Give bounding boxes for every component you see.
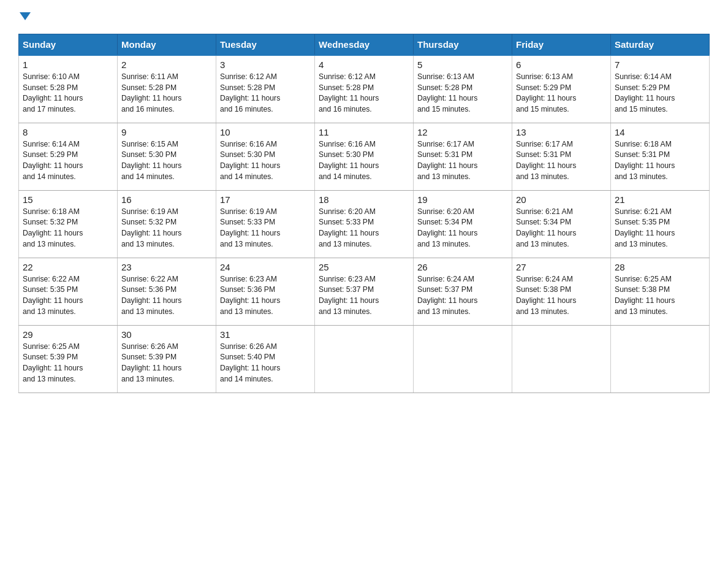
day-info: Sunrise: 6:12 AMSunset: 5:28 PMDaylight:…: [220, 72, 280, 113]
calendar-cell: 23 Sunrise: 6:22 AMSunset: 5:36 PMDaylig…: [118, 258, 216, 325]
day-number: 21: [615, 194, 705, 205]
day-info: Sunrise: 6:26 AMSunset: 5:39 PMDaylight:…: [121, 342, 181, 383]
day-number: 18: [319, 194, 409, 205]
day-info: Sunrise: 6:24 AMSunset: 5:38 PMDaylight:…: [516, 275, 576, 316]
day-info: Sunrise: 6:18 AMSunset: 5:32 PMDaylight:…: [23, 207, 83, 248]
calendar-cell: 24 Sunrise: 6:23 AMSunset: 5:36 PMDaylig…: [216, 258, 315, 325]
calendar-cell: 8 Sunrise: 6:14 AMSunset: 5:29 PMDayligh…: [19, 123, 118, 190]
day-number: 23: [121, 262, 212, 272]
day-info: Sunrise: 6:11 AMSunset: 5:28 PMDaylight:…: [121, 72, 181, 113]
day-number: 13: [516, 127, 607, 137]
day-info: Sunrise: 6:15 AMSunset: 5:30 PMDaylight:…: [121, 140, 181, 181]
calendar-cell: 13 Sunrise: 6:17 AMSunset: 5:31 PMDaylig…: [512, 123, 611, 190]
day-number: 10: [220, 127, 311, 137]
calendar-cell: 12 Sunrise: 6:17 AMSunset: 5:31 PMDaylig…: [414, 123, 512, 190]
calendar-cell: 2 Sunrise: 6:11 AMSunset: 5:28 PMDayligh…: [118, 55, 216, 123]
day-number: 5: [417, 59, 508, 70]
header-day-friday: Friday: [512, 34, 611, 56]
day-number: 6: [516, 59, 607, 70]
day-info: Sunrise: 6:16 AMSunset: 5:30 PMDaylight:…: [319, 140, 379, 181]
day-info: Sunrise: 6:25 AMSunset: 5:39 PMDaylight:…: [23, 342, 83, 383]
day-info: Sunrise: 6:22 AMSunset: 5:35 PMDaylight:…: [23, 275, 83, 316]
header-row: SundayMondayTuesdayWednesdayThursdayFrid…: [19, 34, 710, 56]
week-row-3: 15 Sunrise: 6:18 AMSunset: 5:32 PMDaylig…: [19, 190, 710, 258]
day-number: 30: [121, 329, 212, 340]
day-number: 11: [319, 127, 409, 137]
calendar-cell: 6 Sunrise: 6:13 AMSunset: 5:29 PMDayligh…: [512, 55, 611, 123]
calendar-cell: 31 Sunrise: 6:26 AMSunset: 5:40 PMDaylig…: [216, 325, 315, 393]
day-number: 25: [319, 262, 409, 272]
day-info: Sunrise: 6:23 AMSunset: 5:37 PMDaylight:…: [319, 275, 379, 316]
calendar-cell: 7 Sunrise: 6:14 AMSunset: 5:29 PMDayligh…: [611, 55, 710, 123]
day-info: Sunrise: 6:13 AMSunset: 5:28 PMDaylight:…: [417, 72, 477, 113]
calendar-cell: 26 Sunrise: 6:24 AMSunset: 5:37 PMDaylig…: [414, 258, 512, 325]
calendar-cell: 25 Sunrise: 6:23 AMSunset: 5:37 PMDaylig…: [315, 258, 414, 325]
day-info: Sunrise: 6:16 AMSunset: 5:30 PMDaylight:…: [220, 140, 280, 181]
calendar-cell: 19 Sunrise: 6:20 AMSunset: 5:34 PMDaylig…: [414, 190, 512, 258]
calendar-cell: [315, 325, 414, 393]
calendar-cell: 16 Sunrise: 6:19 AMSunset: 5:32 PMDaylig…: [118, 190, 216, 258]
day-info: Sunrise: 6:19 AMSunset: 5:32 PMDaylight:…: [121, 207, 181, 248]
header-day-thursday: Thursday: [414, 34, 512, 56]
calendar-cell: 27 Sunrise: 6:24 AMSunset: 5:38 PMDaylig…: [512, 258, 611, 325]
calendar-cell: [512, 325, 611, 393]
day-info: Sunrise: 6:25 AMSunset: 5:38 PMDaylight:…: [615, 275, 675, 316]
day-number: 3: [220, 59, 311, 70]
calendar-cell: [414, 325, 512, 393]
day-info: Sunrise: 6:20 AMSunset: 5:33 PMDaylight:…: [319, 207, 379, 248]
day-number: 15: [23, 194, 113, 205]
day-info: Sunrise: 6:19 AMSunset: 5:33 PMDaylight:…: [220, 207, 280, 248]
day-number: 29: [23, 329, 113, 340]
day-info: Sunrise: 6:24 AMSunset: 5:37 PMDaylight:…: [417, 275, 477, 316]
calendar-cell: 21 Sunrise: 6:21 AMSunset: 5:35 PMDaylig…: [611, 190, 710, 258]
day-info: Sunrise: 6:14 AMSunset: 5:29 PMDaylight:…: [23, 140, 83, 181]
day-number: 26: [417, 262, 508, 272]
day-info: Sunrise: 6:17 AMSunset: 5:31 PMDaylight:…: [516, 140, 576, 181]
day-number: 8: [23, 127, 113, 137]
week-row-4: 22 Sunrise: 6:22 AMSunset: 5:35 PMDaylig…: [19, 258, 710, 325]
calendar-cell: 15 Sunrise: 6:18 AMSunset: 5:32 PMDaylig…: [19, 190, 118, 258]
calendar-cell: 11 Sunrise: 6:16 AMSunset: 5:30 PMDaylig…: [315, 123, 414, 190]
day-info: Sunrise: 6:22 AMSunset: 5:36 PMDaylight:…: [121, 275, 181, 316]
calendar-cell: 20 Sunrise: 6:21 AMSunset: 5:34 PMDaylig…: [512, 190, 611, 258]
calendar-cell: 28 Sunrise: 6:25 AMSunset: 5:38 PMDaylig…: [611, 258, 710, 325]
day-number: 9: [121, 127, 212, 137]
day-number: 14: [615, 127, 705, 137]
day-info: Sunrise: 6:26 AMSunset: 5:40 PMDaylight:…: [220, 342, 280, 383]
calendar-cell: 22 Sunrise: 6:22 AMSunset: 5:35 PMDaylig…: [19, 258, 118, 325]
calendar-cell: 5 Sunrise: 6:13 AMSunset: 5:28 PMDayligh…: [414, 55, 512, 123]
calendar-cell: 3 Sunrise: 6:12 AMSunset: 5:28 PMDayligh…: [216, 55, 315, 123]
day-number: 16: [121, 194, 212, 205]
day-info: Sunrise: 6:12 AMSunset: 5:28 PMDaylight:…: [319, 72, 379, 113]
day-info: Sunrise: 6:20 AMSunset: 5:34 PMDaylight:…: [417, 207, 477, 248]
calendar-cell: 17 Sunrise: 6:19 AMSunset: 5:33 PMDaylig…: [216, 190, 315, 258]
header-day-wednesday: Wednesday: [315, 34, 414, 56]
day-info: Sunrise: 6:14 AMSunset: 5:29 PMDaylight:…: [615, 72, 675, 113]
header-day-saturday: Saturday: [611, 34, 710, 56]
day-number: 7: [615, 59, 705, 70]
day-info: Sunrise: 6:23 AMSunset: 5:36 PMDaylight:…: [220, 275, 280, 316]
day-number: 31: [220, 329, 311, 340]
day-info: Sunrise: 6:10 AMSunset: 5:28 PMDaylight:…: [23, 72, 83, 113]
week-row-2: 8 Sunrise: 6:14 AMSunset: 5:29 PMDayligh…: [19, 123, 710, 190]
calendar-cell: 14 Sunrise: 6:18 AMSunset: 5:31 PMDaylig…: [611, 123, 710, 190]
calendar-cell: 1 Sunrise: 6:10 AMSunset: 5:28 PMDayligh…: [19, 55, 118, 123]
calendar-cell: [611, 325, 710, 393]
page-header: [18, 12, 710, 21]
day-number: 20: [516, 194, 607, 205]
day-number: 4: [319, 59, 409, 70]
day-info: Sunrise: 6:21 AMSunset: 5:35 PMDaylight:…: [615, 207, 675, 248]
calendar-cell: 18 Sunrise: 6:20 AMSunset: 5:33 PMDaylig…: [315, 190, 414, 258]
day-info: Sunrise: 6:18 AMSunset: 5:31 PMDaylight:…: [615, 140, 675, 181]
calendar-cell: 9 Sunrise: 6:15 AMSunset: 5:30 PMDayligh…: [118, 123, 216, 190]
day-number: 27: [516, 262, 607, 272]
calendar-cell: 30 Sunrise: 6:26 AMSunset: 5:39 PMDaylig…: [118, 325, 216, 393]
day-number: 24: [220, 262, 311, 272]
week-row-5: 29 Sunrise: 6:25 AMSunset: 5:39 PMDaylig…: [19, 325, 710, 393]
day-number: 17: [220, 194, 311, 205]
calendar-header: SundayMondayTuesdayWednesdayThursdayFrid…: [19, 34, 710, 56]
day-number: 1: [23, 59, 113, 70]
day-info: Sunrise: 6:17 AMSunset: 5:31 PMDaylight:…: [417, 140, 477, 181]
calendar-body: 1 Sunrise: 6:10 AMSunset: 5:28 PMDayligh…: [19, 55, 710, 393]
week-row-1: 1 Sunrise: 6:10 AMSunset: 5:28 PMDayligh…: [19, 55, 710, 123]
